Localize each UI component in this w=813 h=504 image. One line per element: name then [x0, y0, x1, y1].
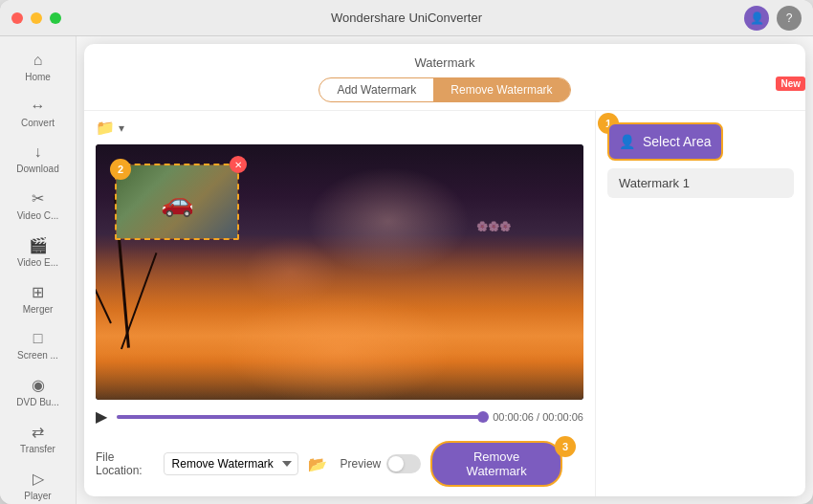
dropdown-arrow-icon: ▾: [119, 121, 124, 135]
remove-watermark-button[interactable]: Remove Watermark: [430, 441, 562, 487]
sidebar-item-videoc-label: Video C...: [17, 210, 59, 221]
app-title: Wondershare UniConverter: [331, 11, 482, 25]
select-area-container: 1 👤 Select Area: [607, 122, 794, 161]
sidebar: ⌂ Home ↔ Convert ↓ Download ✂ Video C...…: [0, 36, 77, 504]
maximize-button[interactable]: [50, 12, 61, 24]
sidebar-item-screen[interactable]: □ Screen ...: [0, 322, 76, 368]
screen-icon: □: [33, 330, 43, 347]
file-location-select[interactable]: Remove Watermark Same as Source Custom: [164, 452, 298, 475]
sidebar-item-screen-label: Screen ...: [17, 350, 58, 361]
preview-group: Preview: [341, 454, 422, 473]
right-panel: 1 👤 Select Area Watermark 1: [595, 111, 805, 496]
dialog-title: Watermark: [414, 55, 474, 70]
select-area-button[interactable]: 👤 Select Area: [607, 122, 723, 161]
sidebar-item-player[interactable]: ▷ Player: [0, 462, 76, 504]
minimize-button[interactable]: [31, 12, 42, 24]
app-window: Wondershare UniConverter 👤 ? ⌂ Home ↔ Co…: [0, 0, 813, 504]
help-icon[interactable]: ?: [777, 6, 802, 31]
close-button[interactable]: [11, 12, 23, 24]
content-area: Watermark Add Watermark Remove Watermark…: [77, 36, 813, 504]
title-bar: Wondershare UniConverter 👤 ?: [0, 0, 813, 36]
dialog-body: 📁 ▾: [84, 111, 805, 496]
remove-selection-button[interactable]: ✕: [230, 156, 247, 173]
preview-toggle[interactable]: [386, 454, 421, 473]
thumbnail-car-image: [117, 165, 237, 238]
toolbar-row: 📁 ▾: [84, 111, 595, 144]
sidebar-item-home[interactable]: ⌂ Home: [0, 44, 76, 90]
home-icon: ⌂: [33, 52, 43, 69]
dialog-header: Watermark Add Watermark Remove Watermark: [84, 44, 805, 111]
sidebar-item-merger[interactable]: ⊞ Merger: [0, 275, 76, 322]
progress-fill: [117, 415, 483, 419]
sidebar-item-download[interactable]: ↓ Download: [0, 136, 76, 182]
video-panel: 📁 ▾: [84, 111, 595, 496]
browse-folder-button[interactable]: 📂: [308, 455, 327, 473]
sidebar-item-merger-label: Merger: [23, 304, 54, 315]
player-icon: ▷: [33, 470, 44, 488]
sidebar-item-dvd[interactable]: ◉ DVD Bu...: [0, 368, 76, 415]
traffic-lights: [11, 12, 61, 24]
file-location-label: File Location:: [96, 450, 154, 477]
video-container: 🌸🌸 🌸 🌸🌸🌸 ✕: [96, 144, 583, 400]
remove-watermark-tab[interactable]: Remove Watermark: [433, 78, 569, 101]
preview-label: Preview: [341, 457, 382, 471]
add-file-icon: 📁: [96, 119, 115, 137]
merger-icon: ⊞: [32, 283, 44, 301]
sidebar-item-player-label: Player: [24, 491, 51, 501]
videoc-icon: ✂: [32, 189, 44, 208]
user-icon[interactable]: 👤: [744, 6, 769, 31]
select-area-label: Select Area: [643, 134, 712, 149]
add-watermark-tab[interactable]: Add Watermark: [319, 78, 433, 101]
add-file-button[interactable]: 📁 ▾: [96, 119, 124, 137]
transfer-icon: ⇄: [32, 423, 44, 441]
title-bar-icons: 👤 ?: [744, 6, 802, 31]
convert-icon: ↔: [31, 98, 46, 115]
download-icon: ↓: [34, 143, 42, 161]
sidebar-item-convert[interactable]: ↔ Convert: [0, 90, 76, 136]
progress-bar[interactable]: [117, 415, 483, 419]
sidebar-item-download-label: Download: [16, 164, 58, 174]
video-controls: ▶ 00:00:06 / 00:00:06: [84, 400, 595, 433]
watermark-thumbnail: [117, 165, 237, 238]
sidebar-item-dvd-label: DVD Bu...: [16, 397, 58, 407]
file-location-row: File Location: Remove Watermark Same as …: [84, 433, 595, 496]
sidebar-item-convert-label: Convert: [21, 118, 55, 128]
select-area-user-icon: 👤: [619, 134, 635, 149]
time-current: 00:00:06 / 00:00:06: [493, 411, 583, 423]
step-badge-3: 3: [555, 436, 576, 457]
sidebar-item-videoe[interactable]: 🎬 Video E...: [0, 229, 76, 275]
watermark-dialog: Watermark Add Watermark Remove Watermark…: [84, 44, 805, 496]
watermark-selection-box[interactable]: ✕: [115, 164, 239, 240]
progress-thumb: [477, 411, 489, 423]
main-layout: ⌂ Home ↔ Convert ↓ Download ✂ Video C...…: [0, 36, 813, 504]
sidebar-item-home-label: Home: [25, 72, 51, 82]
sidebar-item-videoc[interactable]: ✂ Video C...: [0, 182, 76, 229]
play-button[interactable]: ▶: [96, 407, 107, 426]
tab-group: Add Watermark Remove Watermark: [319, 77, 570, 102]
sidebar-item-transfer-label: Transfer: [20, 444, 55, 454]
dvd-icon: ◉: [32, 376, 45, 394]
step-badge-2: 2: [110, 159, 131, 180]
sidebar-item-videoe-label: Video E...: [17, 257, 58, 268]
watermark-item-1[interactable]: Watermark 1: [607, 168, 794, 198]
videoe-icon: 🎬: [29, 236, 48, 254]
sidebar-item-transfer[interactable]: ⇄ Transfer: [0, 415, 76, 462]
